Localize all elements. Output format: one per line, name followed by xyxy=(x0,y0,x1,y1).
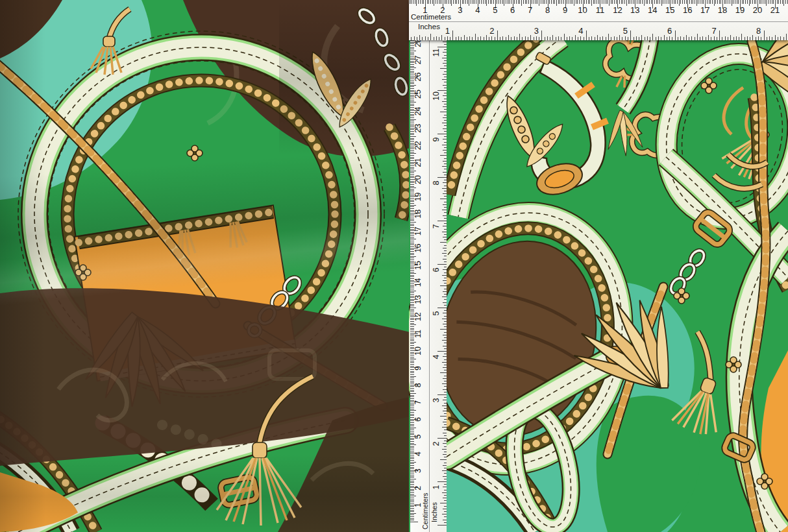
cm-tick xyxy=(750,0,751,4)
cm-tick xyxy=(471,0,471,4)
inch-tick xyxy=(444,66,447,66)
cm-tick xyxy=(528,0,529,4)
inch-tick xyxy=(444,370,447,370)
cm-number: 16 xyxy=(413,239,423,258)
inch-tick xyxy=(443,509,447,509)
inch-tick xyxy=(443,259,447,260)
inch-tick xyxy=(443,324,447,324)
cm-number: 7 xyxy=(413,393,423,411)
inch-number: 7 xyxy=(432,217,441,236)
cm-tick xyxy=(614,0,615,4)
cm-tick xyxy=(598,0,599,4)
inch-tick xyxy=(444,207,447,208)
inch-tick xyxy=(756,37,756,40)
inch-tick xyxy=(443,411,447,411)
inch-tick xyxy=(440,69,447,69)
inch-tick xyxy=(444,120,447,121)
inch-tick xyxy=(442,514,447,514)
inch-tick xyxy=(444,310,447,311)
inch-tick xyxy=(552,35,553,40)
inch-tick xyxy=(444,381,447,381)
cm-number: 3 xyxy=(451,5,469,15)
cm-tick xyxy=(410,520,414,520)
inch-tick xyxy=(444,506,447,507)
cm-tick xyxy=(754,0,755,4)
cm-tick xyxy=(669,0,669,4)
cm-tick xyxy=(479,0,480,4)
cm-tick xyxy=(436,0,436,4)
cm-tick xyxy=(595,0,595,4)
cm-tick xyxy=(430,0,431,4)
inch-number: 2 xyxy=(483,26,501,36)
cm-tick xyxy=(561,0,562,4)
cm-tick xyxy=(499,0,499,4)
inch-tick xyxy=(443,400,447,400)
inch-tick xyxy=(564,34,565,41)
inch-tick xyxy=(444,463,447,463)
inch-tick xyxy=(443,356,447,357)
cm-tick xyxy=(637,0,637,4)
cm-tick xyxy=(621,0,622,4)
inch-tick xyxy=(700,37,700,40)
inch-tick xyxy=(547,36,548,41)
cm-number: 20 xyxy=(748,5,767,15)
cm-tick xyxy=(581,0,582,4)
cm-number: 22 xyxy=(413,136,423,154)
cm-tick xyxy=(717,0,718,4)
inch-tick xyxy=(444,386,447,387)
inch-tick xyxy=(444,365,447,365)
cm-tick xyxy=(640,0,641,4)
cm-tick xyxy=(465,0,466,4)
cm-tick xyxy=(485,0,486,4)
inch-tick xyxy=(444,175,447,175)
cm-tick xyxy=(415,0,415,4)
cm-tick xyxy=(772,0,772,4)
inch-tick xyxy=(444,278,447,278)
inch-tick xyxy=(502,36,503,41)
cm-tick xyxy=(759,0,760,4)
inch-tick xyxy=(444,457,447,457)
inch-tick xyxy=(444,299,447,300)
inch-tick xyxy=(443,313,447,313)
inch-tick xyxy=(444,115,447,115)
cm-tick xyxy=(730,0,730,4)
inch-tick xyxy=(706,37,706,40)
cm-tick xyxy=(647,0,648,4)
inch-tick xyxy=(511,37,511,40)
cm-tick xyxy=(448,0,449,4)
cm-tick xyxy=(777,0,778,4)
cm-tick xyxy=(667,0,667,4)
inch-tick xyxy=(444,516,447,517)
cm-tick xyxy=(410,516,414,517)
inch-tick xyxy=(443,193,447,194)
inch-tick xyxy=(589,37,589,40)
cm-number: 18 xyxy=(413,205,423,223)
cm-number: 27 xyxy=(413,51,423,69)
inch-tick xyxy=(500,37,500,40)
inch-tick xyxy=(661,37,661,40)
cm-number: 14 xyxy=(413,273,423,291)
ruler-divider xyxy=(429,40,430,532)
cm-tick xyxy=(778,0,779,4)
cm-tick xyxy=(514,0,515,4)
cm-tick xyxy=(463,0,464,4)
inch-tick xyxy=(444,490,447,490)
cm-tick xyxy=(659,0,660,4)
cm-tick xyxy=(476,0,476,4)
cm-tick xyxy=(624,0,625,4)
cm-number: 10 xyxy=(413,342,423,360)
cm-number: 17 xyxy=(413,222,423,240)
cm-tick xyxy=(703,0,704,4)
cm-tick xyxy=(586,0,587,4)
inch-tick xyxy=(525,36,526,41)
inch-tick xyxy=(786,34,787,41)
inch-tick xyxy=(444,267,447,267)
inch-tick xyxy=(442,253,447,254)
cm-tick xyxy=(467,0,468,4)
inch-tick xyxy=(440,417,447,417)
inch-tick xyxy=(443,248,447,248)
cm-tick xyxy=(481,0,482,4)
inch-tick xyxy=(443,433,447,433)
inch-tick xyxy=(444,452,447,452)
cm-tick xyxy=(516,0,517,4)
